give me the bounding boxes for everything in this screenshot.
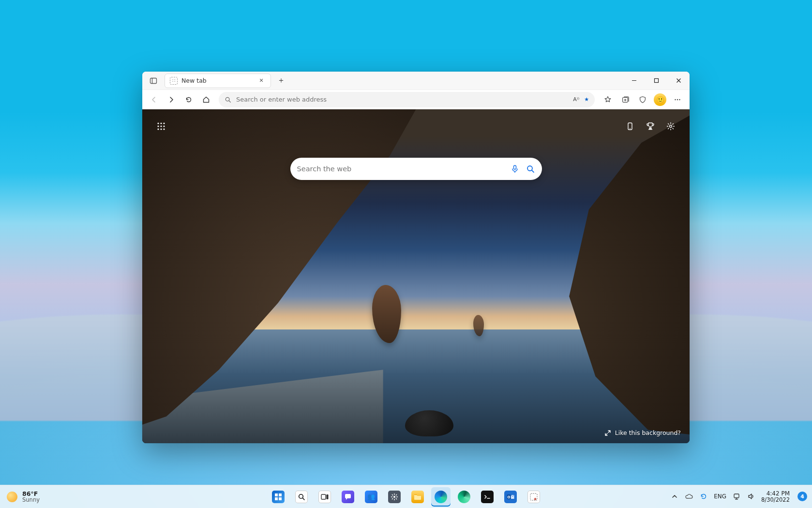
volume-button[interactable]	[747, 492, 755, 501]
profile-button[interactable]: 🙂	[652, 91, 668, 108]
settings-button[interactable]	[385, 487, 404, 507]
browser-window: ∷ New tab ✕ ＋	[142, 72, 690, 443]
outlook-icon: O	[504, 491, 517, 503]
toolbar-right: 🙂	[600, 91, 686, 108]
toolbar: A⁾⁾ ★ 🙂	[142, 90, 690, 109]
snipping-tool-button[interactable]	[524, 487, 543, 507]
mobile-button[interactable]	[622, 118, 638, 134]
svg-point-11	[675, 99, 676, 100]
browser-essentials-button[interactable]	[634, 91, 651, 108]
omnibox-actions: A⁾⁾ ★	[573, 96, 589, 103]
windows-logo-icon	[272, 491, 285, 503]
page-settings-button[interactable]	[662, 118, 679, 134]
svg-rect-32	[279, 497, 282, 500]
edge-button[interactable]	[431, 487, 451, 507]
outlook-button[interactable]: O	[501, 487, 520, 507]
taskbar-center: 👥 O	[269, 487, 543, 507]
voice-search-button[interactable]	[510, 164, 520, 174]
back-button[interactable]	[146, 92, 162, 107]
maximize-button[interactable]	[645, 72, 667, 90]
clock-time: 4:42 PM	[761, 491, 790, 497]
new-tab-page: Like this background?	[142, 109, 690, 443]
svg-text:O: O	[508, 495, 511, 499]
gear-icon	[388, 491, 401, 503]
tab-favicon-icon: ∷	[170, 77, 178, 85]
svg-rect-30	[279, 493, 282, 496]
language-indicator[interactable]: ENG	[714, 493, 726, 500]
terminal-button[interactable]	[478, 487, 497, 507]
minimize-button[interactable]	[623, 72, 645, 90]
windows-update-button[interactable]	[699, 492, 708, 501]
tab-actions-button[interactable]	[145, 74, 162, 88]
clock[interactable]: 4:42 PM 8/30/2022	[761, 491, 792, 503]
refresh-button[interactable]	[181, 92, 196, 107]
system-tray: ENG 4:42 PM 8/30/2022 4	[670, 491, 812, 503]
svg-rect-36	[327, 494, 329, 499]
gear-icon	[666, 121, 676, 131]
favorites-button[interactable]	[600, 91, 616, 108]
onedrive-button[interactable]	[685, 492, 693, 501]
notifications-button[interactable]: 4	[797, 492, 807, 501]
like-background-button[interactable]: Like this background?	[604, 429, 681, 436]
address-input[interactable]	[236, 96, 568, 103]
speaker-icon	[747, 493, 755, 500]
svg-point-14	[157, 122, 159, 124]
edge-canary-button[interactable]	[454, 487, 474, 507]
microphone-icon	[510, 164, 520, 174]
minimize-icon	[632, 78, 637, 83]
start-button[interactable]	[269, 487, 288, 507]
avatar-icon: 🙂	[654, 93, 666, 106]
tab-new-tab[interactable]: ∷ New tab ✕	[165, 74, 271, 88]
collections-icon	[621, 95, 630, 104]
more-button[interactable]	[669, 91, 686, 108]
search-icon	[225, 96, 231, 103]
edge-icon	[435, 491, 447, 503]
svg-point-17	[157, 125, 159, 127]
ntp-topbar	[153, 118, 679, 134]
address-bar[interactable]: A⁾⁾ ★	[219, 92, 595, 107]
svg-point-21	[160, 128, 162, 130]
chevron-up-icon	[672, 493, 677, 499]
svg-line-7	[229, 101, 230, 102]
ntp-search-bar[interactable]	[290, 158, 542, 180]
search-icon	[526, 164, 535, 174]
app-launcher-button[interactable]	[153, 118, 169, 134]
folder-icon	[411, 491, 424, 503]
svg-line-34	[302, 498, 304, 500]
network-button[interactable]	[732, 492, 741, 501]
file-explorer-button[interactable]	[408, 487, 427, 507]
read-aloud-button[interactable]: A⁾⁾	[573, 96, 579, 103]
search-submit-button[interactable]	[526, 164, 535, 174]
snipping-tool-icon	[527, 491, 540, 503]
chat-button[interactable]	[338, 487, 358, 507]
svg-rect-44	[734, 494, 739, 498]
svg-rect-3	[654, 79, 658, 83]
svg-rect-31	[275, 497, 278, 500]
svg-point-13	[679, 99, 680, 100]
tab-close-button[interactable]: ✕	[257, 76, 266, 85]
search-icon	[295, 491, 308, 503]
ntp-search-input[interactable]	[297, 165, 504, 173]
collections-button[interactable]	[617, 91, 633, 108]
svg-point-18	[160, 125, 162, 127]
terminal-icon	[481, 491, 494, 503]
widgets-button[interactable]: 👥	[361, 487, 381, 507]
tray-overflow-button[interactable]	[670, 492, 679, 501]
titlebar: ∷ New tab ✕ ＋	[142, 72, 690, 90]
taskbar-search-button[interactable]	[292, 487, 311, 507]
close-window-button[interactable]	[667, 72, 690, 90]
forward-button[interactable]	[164, 92, 179, 107]
refresh-icon	[185, 96, 193, 104]
shield-icon	[638, 95, 647, 104]
svg-rect-0	[150, 78, 157, 83]
favorite-button[interactable]: ★	[584, 96, 589, 103]
svg-point-12	[677, 99, 678, 100]
svg-point-25	[670, 125, 672, 128]
new-tab-button[interactable]: ＋	[274, 74, 288, 88]
task-view-button[interactable]	[315, 487, 334, 507]
sun-icon	[7, 492, 17, 502]
taskbar-weather[interactable]: 86°F Sunny	[0, 491, 40, 503]
close-icon	[676, 78, 681, 83]
home-button[interactable]	[198, 92, 214, 107]
rewards-button[interactable]	[642, 118, 659, 134]
